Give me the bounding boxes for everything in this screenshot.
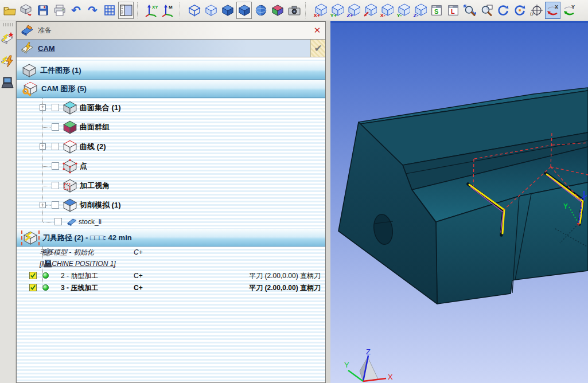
status-ok-dot bbox=[42, 284, 49, 291]
view-z-plus-button[interactable]: Z+ bbox=[345, 2, 361, 19]
print-button[interactable] bbox=[52, 2, 67, 19]
undo-button[interactable]: ↶ bbox=[68, 2, 84, 19]
visibility-checkbox[interactable] bbox=[52, 182, 59, 189]
view-y-plus-button[interactable]: Y+ bbox=[329, 2, 344, 19]
operation-row-2[interactable]: [MACHINE POSITION 1] bbox=[17, 258, 325, 269]
side-icon-strip bbox=[0, 21, 16, 383]
visibility-checkbox[interactable] bbox=[52, 104, 59, 111]
axis-y-label: Y bbox=[344, 361, 349, 369]
tree-item-node[interactable]: 点 bbox=[17, 157, 325, 176]
tree-item-label: 曲面集合 (1) bbox=[80, 103, 121, 113]
svg-text:Y+: Y+ bbox=[330, 12, 337, 18]
surface-group-box-icon bbox=[63, 120, 77, 137]
tree-connector bbox=[43, 127, 50, 128]
cut-sim-box-icon bbox=[63, 198, 77, 215]
curve-box-icon bbox=[63, 139, 77, 157]
rotate-x-button[interactable]: X bbox=[545, 2, 560, 19]
run-toolpath-button[interactable] bbox=[0, 50, 15, 71]
operation-checkbox[interactable] bbox=[29, 284, 37, 291]
main-toolbar: ↶↷XYMX+Y+Z+X-Y-Z-SLDXY bbox=[0, 0, 588, 21]
svg-text:D: D bbox=[530, 11, 534, 17]
import-export-icon bbox=[20, 3, 33, 17]
cube-view-icon: X+ bbox=[313, 3, 327, 17]
panel-resizer[interactable] bbox=[326, 21, 330, 383]
view-wireframe-button[interactable] bbox=[186, 2, 202, 19]
window-s-button[interactable]: S bbox=[429, 2, 444, 19]
tree-item-node[interactable]: 曲面群组 bbox=[17, 118, 325, 137]
new-toolpath-button[interactable] bbox=[0, 29, 15, 49]
cube-view-icon: Y- bbox=[396, 3, 410, 17]
tree-item-1[interactable]: −切削模拟 (1) bbox=[17, 196, 325, 215]
view-z-minus-button[interactable]: Z- bbox=[412, 2, 427, 19]
operation-row-3[interactable]: 2 - 肋型加工C+平刀 (2.00,0.00) 直柄刀 bbox=[17, 269, 325, 282]
rotate-y-button[interactable]: Y bbox=[562, 2, 577, 19]
graphics-viewport[interactable]: Y Z Y X bbox=[330, 21, 588, 383]
tree-item-node[interactable]: 加工视角 bbox=[17, 176, 325, 196]
view-x-plus-button[interactable]: X+ bbox=[312, 2, 328, 19]
ruler-panel-button[interactable] bbox=[118, 2, 134, 19]
coordinate-xy-button[interactable]: XY bbox=[144, 2, 159, 19]
snapshot-button[interactable] bbox=[286, 2, 302, 19]
cam-tab[interactable]: CAM ✔ bbox=[17, 40, 325, 57]
tree-item-label: 曲线 (2) bbox=[80, 142, 106, 152]
view-hidden-line-button[interactable] bbox=[203, 2, 219, 19]
check-icon[interactable]: ✔ bbox=[310, 40, 325, 57]
cube-view-icon: Z- bbox=[413, 3, 427, 17]
tree-item-label: 点 bbox=[80, 161, 87, 171]
toolpath-box-icon bbox=[21, 230, 40, 245]
visibility-checkbox[interactable] bbox=[52, 162, 59, 170]
prepare-tab[interactable]: 准备 ✕ bbox=[17, 22, 325, 40]
tree-item-child-stock_li[interactable]: stock_li bbox=[17, 215, 325, 229]
machine-sim-button[interactable] bbox=[0, 72, 15, 93]
section-workpiece-label: 工件图形 (1) bbox=[40, 65, 81, 76]
visibility-checkbox[interactable] bbox=[52, 201, 59, 209]
axis-z-label: Z bbox=[366, 347, 371, 356]
view-rainbow-button[interactable] bbox=[270, 2, 285, 19]
tree-item-label: 切削模拟 (1) bbox=[80, 200, 121, 210]
view-x-minus-button[interactable]: X- bbox=[379, 2, 394, 19]
view-sphere-button[interactable] bbox=[253, 2, 268, 19]
prepare-tab-label: 准备 bbox=[38, 26, 52, 36]
view-y-minus-button[interactable]: Y- bbox=[395, 2, 411, 19]
coordinate-m-button[interactable]: M bbox=[161, 2, 176, 19]
tree-item-1[interactable]: +曲面集合 (1) bbox=[17, 98, 325, 118]
window-l-button[interactable]: L bbox=[445, 2, 461, 19]
zoom-window-button[interactable] bbox=[478, 2, 494, 19]
section-workpiece-geometry[interactable]: 工件图形 (1) bbox=[17, 61, 325, 80]
operation-row-1[interactable]: 毛坯模型 - 初始化C+ bbox=[17, 247, 325, 258]
cam-geometry-box-icon bbox=[21, 81, 38, 97]
import-export-button[interactable] bbox=[18, 2, 34, 19]
open-button[interactable] bbox=[2, 2, 17, 19]
svg-text:Y-: Y- bbox=[396, 12, 402, 18]
grid-button[interactable] bbox=[102, 2, 117, 19]
tree-item-2[interactable]: +曲线 (2) bbox=[17, 137, 325, 157]
visibility-checkbox[interactable] bbox=[52, 123, 59, 131]
operation-tool: 平刀 (2.00,0.00) 直柄刀 bbox=[249, 271, 321, 280]
cube-shaded-icon bbox=[238, 4, 251, 17]
rotate-center-button[interactable] bbox=[512, 2, 527, 19]
svg-text:X-: X- bbox=[380, 12, 385, 18]
view-iso-button[interactable] bbox=[362, 2, 377, 19]
svg-text:Z-: Z- bbox=[413, 12, 418, 18]
save-button[interactable] bbox=[35, 2, 50, 19]
visibility-checkbox[interactable] bbox=[52, 143, 59, 150]
svg-text:L: L bbox=[450, 8, 454, 15]
section-cam-geometry[interactable]: CAM 图形 (5) bbox=[17, 80, 325, 98]
view-shaded-button[interactable] bbox=[220, 2, 235, 19]
visibility-checkbox[interactable] bbox=[54, 218, 62, 225]
operation-checkbox[interactable] bbox=[29, 272, 37, 279]
rotate-view-button[interactable] bbox=[495, 2, 511, 19]
view-shaded-edges-button[interactable] bbox=[236, 2, 252, 19]
section-toolpath[interactable]: 刀具路径 (2) - □□□: 42 min bbox=[17, 229, 325, 247]
dynamic-center-button[interactable]: D bbox=[528, 2, 544, 19]
toolpath-flash-icon bbox=[0, 53, 15, 68]
zoom-extents-button[interactable] bbox=[462, 2, 477, 19]
close-icon[interactable]: ✕ bbox=[311, 23, 324, 38]
zoom-arrows-icon bbox=[463, 3, 477, 17]
rotate-axis-icon: X bbox=[546, 3, 560, 17]
operation-row-4[interactable]: 3 - 压线加工C+平刀 (2.00,0.00) 直柄刀 bbox=[17, 282, 325, 294]
globe-icon bbox=[255, 4, 267, 17]
strip-grip-handle[interactable] bbox=[3, 23, 13, 26]
redo-button[interactable]: ↷ bbox=[85, 2, 100, 19]
axes-icon: M bbox=[161, 3, 176, 17]
